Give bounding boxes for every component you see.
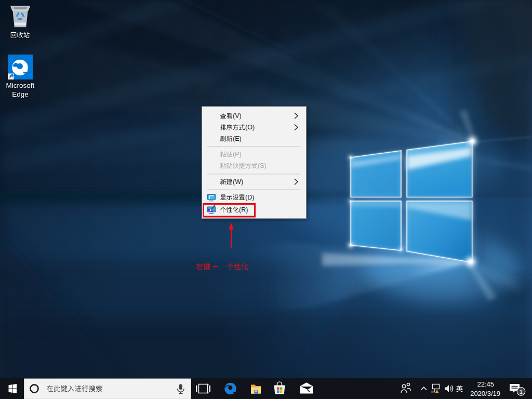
svg-text:(V): (V)	[233, 112, 242, 119]
svg-text:Edge: Edge	[12, 90, 29, 98]
svg-text:(S): (S)	[258, 162, 267, 169]
svg-text:(E): (E)	[233, 135, 242, 142]
svg-text:(W): (W)	[233, 178, 243, 185]
svg-text:1: 1	[520, 389, 523, 395]
svg-text:Microsoft: Microsoft	[6, 82, 35, 89]
svg-text:(P): (P)	[233, 151, 242, 158]
svg-text:(R): (R)	[239, 206, 248, 214]
svg-text:22:45: 22:45	[477, 380, 494, 388]
svg-text:2020/3/19: 2020/3/19	[470, 390, 500, 397]
svg-text:(O): (O)	[245, 124, 255, 131]
svg-text:(D): (D)	[245, 194, 254, 201]
